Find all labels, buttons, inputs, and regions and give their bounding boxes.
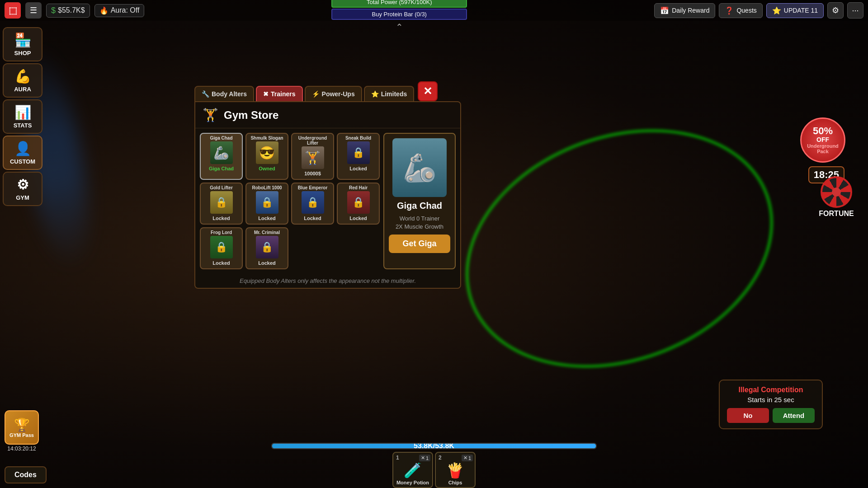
lock-icon-robo: 🔒 — [261, 197, 273, 208]
settings-button[interactable]: ⚙ — [827, 2, 844, 19]
trainer-status-gold: Locked — [210, 215, 233, 222]
inventory-bar: 1 ✕ 1 🧪 Money Potion 2 ✕ 1 🍟 Chips — [392, 452, 476, 488]
trainers-icon: ✖ — [263, 90, 269, 98]
power-ups-icon: ⚡ — [312, 90, 320, 98]
lock-icon-red: 🔒 — [352, 197, 364, 208]
shop-label: SHOP — [14, 50, 31, 56]
more-icon: ··· — [852, 6, 859, 15]
store-title: Gym Store — [224, 109, 278, 122]
trainer-avatar-blue: 🔒 — [302, 191, 324, 214]
limiteds-label: Limiteds — [381, 90, 407, 98]
trainer-card-blue[interactable]: Blue Emperor 🔒 Locked — [291, 183, 334, 225]
sidebar-item-shop[interactable]: 🏪 SHOP — [3, 27, 42, 61]
daily-reward-button[interactable]: 📅 Daily Reward — [654, 3, 715, 18]
custom-label: CUSTOM — [10, 158, 35, 165]
trainer-avatar-frog: 🔒 — [210, 236, 233, 258]
money-display: $ $55.7K$ — [46, 4, 90, 18]
trainer-card-robo[interactable]: RoboLift 1000 🔒 Locked — [245, 183, 288, 225]
trainer-card-red[interactable]: Red Hair 🔒 Locked — [337, 183, 380, 225]
discount-label: Underground Pack — [802, 143, 844, 154]
stats-label: STATS — [14, 122, 32, 129]
trainer-card-gold[interactable]: Gold Lifter 🔒 Locked — [200, 183, 243, 225]
bottom-bar: 53.8K/53.8K 1 ✕ 1 🧪 Money Potion 2 ✕ 1 🍟… — [0, 443, 868, 488]
store-panel: 🏋 Gym Store Giga Chad 🦾 Giga Chad Shmulk… — [194, 101, 461, 289]
trainer-detail-avatar: 🦾 — [392, 138, 447, 197]
stats-icon: 📊 — [14, 104, 31, 120]
tab-trainers[interactable]: ✖ Trainers — [256, 86, 302, 101]
store-footer-note: Equipped Body Alters only affects the ap… — [195, 274, 460, 288]
inv-slot-1: 1 — [396, 455, 399, 461]
tab-body-alters[interactable]: 🔧 Body Alters — [194, 86, 254, 101]
roblox-logo: ⬚ — [5, 2, 21, 19]
topbar-left: ⬚ ☰ $ $55.7K$ 🔥 Aura: Off — [5, 2, 144, 19]
aura-sidebar-icon: 💪 — [14, 68, 31, 84]
menu-button[interactable]: ☰ — [25, 2, 42, 19]
trainer-card-frog[interactable]: Frog Lord 🔒 Locked — [200, 227, 243, 269]
tab-limiteds[interactable]: ⭐ Limiteds — [364, 86, 415, 101]
trainer-avatar-robo: 🔒 — [256, 191, 278, 214]
sidebar-item-stats[interactable]: 📊 STATS — [3, 99, 42, 134]
sidebar-item-custom[interactable]: 👤 CUSTOM — [3, 136, 42, 170]
trainer-card-underground[interactable]: Underground Lifter 🏋 10000$ — [291, 133, 334, 180]
trainer-card-gigachad[interactable]: Giga Chad 🦾 Giga Chad — [200, 133, 243, 180]
codes-button[interactable]: Codes — [5, 466, 47, 483]
illegal-attend-button[interactable]: Attend — [773, 408, 815, 423]
gym-pass-label: GYM Pass — [9, 432, 34, 438]
store-wrapper: 🔧 Body Alters ✖ Trainers ⚡ Power-Ups ⭐ L… — [194, 81, 461, 289]
lock-icon-blue: 🔒 — [307, 197, 319, 208]
trainers-list: Giga Chad 🦾 Giga Chad Shmulk Slogan 😎 Ow… — [200, 133, 380, 269]
trainer-card-criminal[interactable]: Mr. Criminal 🔒 Locked — [245, 227, 288, 269]
discount-badge[interactable]: 50% OFF Underground Pack — [800, 117, 845, 163]
illegal-competition-title: Illegal Competition — [727, 386, 815, 394]
aura-display[interactable]: 🔥 Aura: Off — [94, 4, 145, 17]
quests-button[interactable]: ❓ Quests — [719, 3, 762, 18]
trainer-detail-role: World 0 Trainer 2X Muscle Growth — [396, 215, 443, 231]
quest-bar-1: Total Power (597K/100K) — [331, 0, 467, 8]
calendar-icon: 📅 — [660, 6, 669, 15]
trainer-avatar-gold: 🔒 — [210, 191, 233, 214]
trainer-status-blue: Locked — [301, 215, 324, 222]
trainer-avatar-shmulk: 😎 — [256, 141, 278, 164]
power-ups-label: Power-Ups — [322, 90, 355, 98]
trainer-status-robo: Locked — [255, 215, 278, 222]
tab-power-ups[interactable]: ⚡ Power-Ups — [305, 86, 362, 101]
aura-label: AURA — [14, 86, 31, 93]
illegal-competition-buttons: No Attend — [727, 408, 815, 423]
trainer-status-shmulk: Owned — [256, 165, 278, 172]
chevron-up-icon[interactable]: ⌃ — [396, 22, 403, 33]
topbar-center: Tracked Quest Total Power (597K/100K) Bu… — [144, 0, 654, 33]
sidebar-item-aura[interactable]: 💪 AURA — [3, 63, 42, 98]
body-alters-icon: 🔧 — [202, 90, 209, 98]
close-store-button[interactable]: ✕ — [418, 81, 438, 101]
trainer-avatar-red: 🔒 — [347, 191, 370, 214]
lock-icon-frog: 🔒 — [215, 241, 227, 253]
lock-icon-gold: 🔒 — [215, 197, 227, 208]
fortune-label: FORTUNE — [819, 210, 854, 218]
update-button[interactable]: ⭐ UPDATE 11 — [766, 3, 824, 18]
topbar-right: 📅 Daily Reward ❓ Quests ⭐ UPDATE 11 ⚙ ··… — [654, 2, 863, 19]
trainer-bonus-text: 2X Muscle Growth — [396, 223, 443, 230]
gym-pass-button[interactable]: 🏆 GYM Pass 14:03:20:12 — [5, 410, 39, 452]
trainer-name-red: Red Hair — [349, 185, 368, 190]
inv-count-value-1: 1 — [426, 455, 429, 461]
star-icon: ⭐ — [772, 6, 781, 15]
fortune-button[interactable]: FORTUNE — [814, 176, 859, 218]
daily-reward-label: Daily Reward — [672, 7, 709, 14]
store-header: 🏋 Gym Store — [195, 102, 460, 128]
shop-icon: 🏪 — [14, 32, 31, 48]
more-button[interactable]: ··· — [847, 2, 863, 19]
inv-item-2[interactable]: 2 ✕ 1 🍟 Chips — [435, 452, 476, 488]
inv-item-1[interactable]: 1 ✕ 1 🧪 Money Potion — [392, 452, 433, 488]
inv-label-1: Money Potion — [396, 480, 429, 485]
trainers-grid: Giga Chad 🦾 Giga Chad Shmulk Slogan 😎 Ow… — [195, 128, 460, 274]
trainer-avatar-underground: 🏋 — [302, 146, 324, 169]
inv-slot-2: 2 — [439, 455, 442, 461]
aura-label: Aura: Off — [111, 6, 140, 14]
get-trainer-button[interactable]: Get Giga — [389, 235, 450, 253]
body-alters-label: Body Alters — [212, 90, 247, 98]
sidebar-item-gym[interactable]: ⚙ GYM — [3, 172, 42, 206]
illegal-no-button[interactable]: No — [727, 408, 769, 423]
trainer-card-shmulk[interactable]: Shmulk Slogan 😎 Owned — [245, 133, 288, 180]
trainer-avatar-gigachad: 🦾 — [210, 141, 233, 164]
trainer-card-sneak[interactable]: Sneak Build 🔒 Locked — [337, 133, 380, 180]
